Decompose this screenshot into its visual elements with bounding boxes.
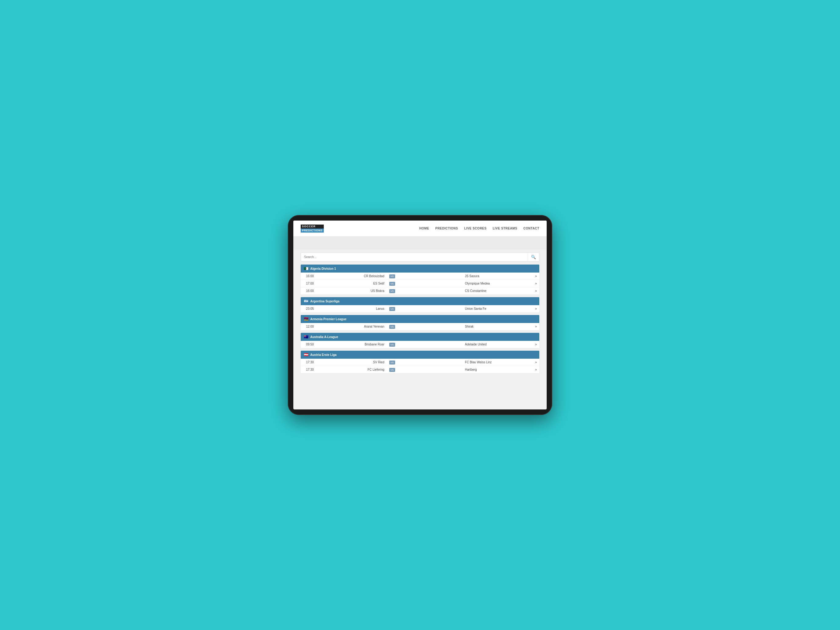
vs-cell: VS: [387, 341, 463, 348]
league-flag-algeria: 🇩🇿: [304, 266, 308, 271]
vs-cell: VS: [387, 359, 463, 366]
match-arrow[interactable]: »: [530, 323, 539, 330]
league-name-armenia: Armenia Premier League: [310, 317, 346, 321]
search-button[interactable]: 🔍: [527, 253, 539, 261]
league-flag-austria: 🇦🇹: [304, 353, 308, 357]
home-team: CR Belouizdad: [319, 272, 387, 280]
match-arrow[interactable]: »: [530, 366, 539, 374]
vs-cell: VS: [387, 272, 463, 280]
table-row[interactable]: 16:00 CR Belouizdad VS JS Saoura »: [301, 272, 539, 280]
match-arrow[interactable]: »: [530, 272, 539, 280]
nav-predictions[interactable]: PREDICTIONS: [435, 227, 458, 230]
away-team: Olympique Medea: [463, 280, 530, 287]
home-team: US Biskra: [319, 287, 387, 295]
match-time: 17:30: [301, 359, 319, 366]
nav-home[interactable]: HOME: [419, 227, 429, 230]
vs-cell: VS: [387, 366, 463, 374]
match-time: 16:00: [301, 287, 319, 295]
table-row[interactable]: 23:05 Lanus VS Union Santa Fe »: [301, 305, 539, 313]
vs-badge: VS: [389, 361, 395, 364]
table-row[interactable]: 12:00 Ararat Yerevan VS Shirak »: [301, 323, 539, 330]
vs-badge: VS: [389, 274, 395, 279]
logo-line1: SOCCER: [301, 225, 324, 229]
table-row[interactable]: 17:30 SV Ried VS FC Blau Weiss Linz »: [301, 359, 539, 366]
home-team: Lanus: [319, 305, 387, 313]
match-arrow[interactable]: »: [530, 359, 539, 366]
away-team: Shirak: [463, 323, 530, 330]
vs-cell: VS: [387, 305, 463, 313]
vs-cell: VS: [387, 280, 463, 287]
match-time: 12:00: [301, 323, 319, 330]
table-row[interactable]: 09:50 Brisbane Roar VS Adelaide United »: [301, 341, 539, 348]
league-block-algeria: 🇩🇿Algeria Division 1 16:00 CR Belouizdad…: [301, 264, 539, 295]
main-nav: HOME PREDICTIONS LIVE SCORES LIVE STREAM…: [419, 227, 539, 230]
league-name-austria: Austria Erste Liga: [310, 353, 337, 356]
tablet-device: SOCCER PREDICTIONS HOME PREDICTIONS LIVE…: [288, 215, 552, 415]
match-table-austria: 17:30 SV Ried VS FC Blau Weiss Linz » 17…: [301, 359, 539, 374]
vs-badge: VS: [389, 368, 395, 372]
home-team: ES Setif: [319, 280, 387, 287]
site-header: SOCCER PREDICTIONS HOME PREDICTIONS LIVE…: [293, 220, 547, 237]
match-time: 17:30: [301, 366, 319, 374]
league-block-austria: 🇦🇹Austria Erste Liga 17:30 SV Ried VS FC…: [301, 351, 539, 374]
site-logo[interactable]: SOCCER PREDICTIONS: [301, 225, 324, 233]
league-block-armenia: 🇦🇲Armenia Premier League 12:00 Ararat Ye…: [301, 315, 539, 330]
league-flag-argentina: 🇦🇷: [304, 299, 308, 303]
match-time: 23:05: [301, 305, 319, 313]
league-header-armenia[interactable]: 🇦🇲Armenia Premier League: [301, 315, 539, 323]
table-row[interactable]: 17:30 FC Liefering VS Hartberg »: [301, 366, 539, 374]
match-arrow[interactable]: »: [530, 280, 539, 287]
nav-contact[interactable]: CONTACT: [523, 227, 539, 230]
main-content: 🇩🇿Algeria Division 1 16:00 CR Belouizdad…: [293, 264, 547, 410]
match-table-armenia: 12:00 Ararat Yerevan VS Shirak »: [301, 323, 539, 330]
table-row[interactable]: 17:00 ES Setif VS Olympique Medea »: [301, 280, 539, 287]
vs-badge: VS: [389, 307, 395, 311]
search-input[interactable]: [301, 253, 527, 261]
league-name-australia: Australia A-League: [310, 335, 338, 339]
match-time: 09:50: [301, 341, 319, 348]
search-area: 🔍: [293, 250, 547, 264]
league-header-australia[interactable]: 🇦🇺Australia A-League: [301, 333, 539, 341]
nav-live-scores[interactable]: LIVE SCORES: [464, 227, 487, 230]
tablet-screen: SOCCER PREDICTIONS HOME PREDICTIONS LIVE…: [293, 220, 547, 410]
vs-badge: VS: [389, 325, 395, 329]
away-team: CS Constantine: [463, 287, 530, 295]
vs-cell: VS: [387, 287, 463, 295]
league-flag-armenia: 🇦🇲: [304, 317, 308, 321]
away-team: Hartberg: [463, 366, 530, 374]
league-flag-australia: 🇦🇺: [304, 335, 308, 339]
nav-live-streams[interactable]: LIVE STREAMS: [493, 227, 517, 230]
vs-badge: VS: [389, 282, 395, 286]
match-table-australia: 09:50 Brisbane Roar VS Adelaide United »: [301, 341, 539, 348]
home-team: Ararat Yerevan: [319, 323, 387, 330]
league-block-australia: 🇦🇺Australia A-League 09:50 Brisbane Roar…: [301, 333, 539, 348]
league-header-algeria[interactable]: 🇩🇿Algeria Division 1: [301, 264, 539, 272]
logo-line2: PREDICTIONS: [301, 229, 324, 233]
away-team: FC Blau Weiss Linz: [463, 359, 530, 366]
away-team: Adelaide United: [463, 341, 530, 348]
vs-badge: VS: [389, 289, 395, 293]
vs-badge: VS: [389, 343, 395, 347]
league-name-algeria: Algeria Division 1: [310, 267, 336, 271]
league-block-argentina: 🇦🇷Argentina Superliga 23:05 Lanus VS Uni…: [301, 297, 539, 313]
table-row[interactable]: 16:00 US Biskra VS CS Constantine »: [301, 287, 539, 295]
home-team: Brisbane Roar: [319, 341, 387, 348]
league-name-argentina: Argentina Superliga: [310, 300, 339, 303]
vs-cell: VS: [387, 323, 463, 330]
match-arrow[interactable]: »: [530, 287, 539, 295]
match-table-argentina: 23:05 Lanus VS Union Santa Fe »: [301, 305, 539, 313]
away-team: JS Saoura: [463, 272, 530, 280]
banner-area: [293, 237, 547, 250]
away-team: Union Santa Fe: [463, 305, 530, 313]
match-arrow[interactable]: »: [530, 305, 539, 313]
match-time: 17:00: [301, 280, 319, 287]
match-arrow[interactable]: »: [530, 341, 539, 348]
match-time: 16:00: [301, 272, 319, 280]
home-team: FC Liefering: [319, 366, 387, 374]
search-box: 🔍: [301, 253, 539, 261]
league-header-austria[interactable]: 🇦🇹Austria Erste Liga: [301, 351, 539, 359]
home-team: SV Ried: [319, 359, 387, 366]
league-header-argentina[interactable]: 🇦🇷Argentina Superliga: [301, 297, 539, 305]
match-table-algeria: 16:00 CR Belouizdad VS JS Saoura » 17:00…: [301, 272, 539, 295]
